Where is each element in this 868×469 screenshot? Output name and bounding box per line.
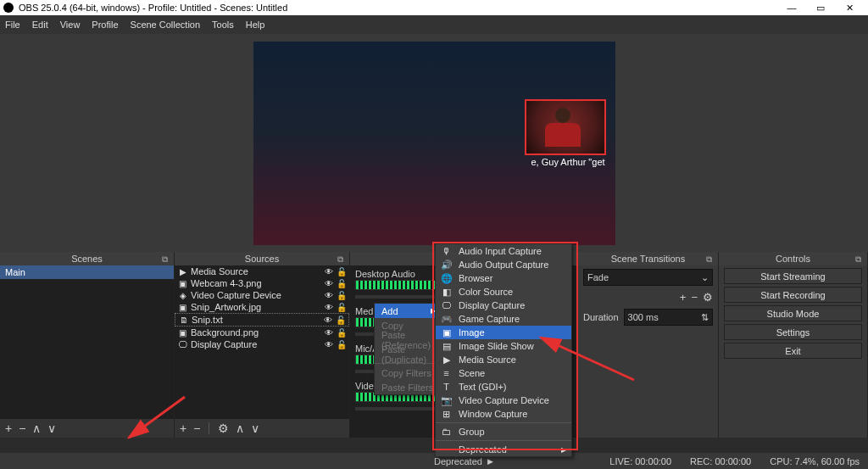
lock-toggle-icon[interactable]: 🔓 — [337, 328, 346, 338]
add-source-submenu: 🎙Audio Input Capture🔊Audio Output Captur… — [435, 243, 572, 457]
duration-spinbox[interactable]: 300 ms ⇅ — [624, 309, 713, 326]
menu-item-label: Game Capture — [459, 314, 520, 324]
sources-up-button[interactable]: ∧ — [236, 422, 244, 435]
visibility-toggle-icon[interactable]: 👁 — [324, 303, 333, 312]
menu-view[interactable]: View — [60, 20, 81, 30]
lock-toggle-icon[interactable]: 🔓 — [337, 340, 346, 349]
scenes-title: Scenes — [71, 254, 103, 264]
menu-item-label: Deprecated — [459, 444, 507, 455]
webcam-overlay[interactable] — [525, 99, 606, 155]
source-type-icon: ▣ — [178, 303, 187, 312]
visibility-toggle-icon[interactable]: 👁 — [324, 267, 333, 276]
scenes-up-button[interactable]: ∧ — [32, 422, 41, 435]
menu-item-label: Browser — [459, 273, 492, 283]
add-source-item[interactable]: 📷Video Capture Device — [436, 394, 571, 407]
scenes-popout-icon[interactable]: ⧉ — [162, 254, 170, 263]
lock-toggle-icon[interactable]: 🔓 — [337, 303, 346, 312]
transition-settings-button[interactable]: ⚙ — [703, 291, 713, 304]
source-row[interactable]: 🖵Display Capture👁🔓 — [175, 338, 349, 350]
menu-item-label: Copy Filters — [381, 368, 431, 378]
add-source-item[interactable]: ⊞Window Capture — [436, 407, 571, 421]
sources-list[interactable]: ▶Media Source👁🔓▣Webcam 4-3.png👁🔓◈Video C… — [175, 265, 349, 419]
source-type-icon: ▶ — [441, 355, 452, 366]
scenes-down-button[interactable]: ∨ — [47, 422, 56, 435]
sources-add-button[interactable]: + — [180, 422, 186, 435]
add-source-item[interactable]: 🎮Game Capture — [436, 312, 571, 326]
visibility-toggle-icon[interactable]: 👁 — [324, 291, 333, 300]
scenes-remove-button[interactable]: − — [19, 422, 25, 435]
control-button[interactable]: Settings — [724, 324, 862, 340]
minimize-button[interactable]: — — [782, 3, 802, 14]
sources-context-menu: Add▶CopyPaste (Reference)Paste (Duplicat… — [374, 303, 443, 395]
add-source-item[interactable]: 🌐Browser — [436, 271, 571, 285]
control-button[interactable]: Exit — [724, 343, 862, 359]
source-row[interactable]: ▶Media Source👁🔓 — [175, 265, 349, 277]
control-button[interactable]: Start Recording — [724, 287, 862, 303]
menu-tools[interactable]: Tools — [212, 20, 234, 30]
menu-item-label: Audio Output Capture — [459, 260, 548, 270]
scenes-header: Scenes ⧉ — [0, 252, 174, 265]
control-button[interactable]: Studio Mode — [724, 305, 862, 321]
menu-scene-collection[interactable]: Scene Collection — [131, 20, 201, 30]
menu-edit[interactable]: Edit — [32, 20, 48, 30]
add-source-item[interactable]: ▤Image Slide Show — [436, 339, 571, 353]
obs-logo-icon — [3, 3, 14, 13]
add-source-item[interactable]: 🖵Display Capture — [436, 299, 571, 312]
sources-remove-button[interactable]: − — [193, 422, 200, 435]
controls-popout-icon[interactable]: ⧉ — [855, 254, 864, 263]
sources-popout-icon[interactable]: ⧉ — [337, 254, 346, 263]
source-type-icon: ◧ — [441, 287, 452, 298]
sources-panel: Sources ⧉ ▶Media Source👁🔓▣Webcam 4-3.png… — [175, 252, 350, 438]
context-menu-item[interactable]: Add▶ — [375, 304, 442, 318]
window-titlebar: OBS 25.0.4 (64-bit, windows) - Profile: … — [0, 0, 868, 15]
sources-down-button[interactable]: ∨ — [251, 422, 259, 435]
add-source-item[interactable]: 🗀Group — [436, 425, 571, 438]
lock-toggle-icon[interactable]: 🔓 — [337, 267, 346, 276]
source-row[interactable]: 🗎Snip.txt👁🔓 — [175, 313, 349, 327]
source-label: Media Source — [191, 266, 320, 276]
transition-select[interactable]: Fade ⌄ — [583, 269, 713, 286]
menu-help[interactable]: Help — [246, 20, 265, 30]
add-source-item[interactable]: ▣Image — [436, 326, 571, 339]
visibility-toggle-icon[interactable]: 👁 — [324, 340, 333, 349]
source-row[interactable]: ◈Video Capture Device👁🔓 — [175, 289, 349, 301]
scene-item-main[interactable]: Main — [0, 265, 174, 279]
transition-add-button[interactable]: + — [680, 291, 687, 304]
visibility-toggle-icon[interactable]: 👁 — [323, 315, 332, 325]
menu-file[interactable]: File — [5, 20, 20, 30]
controls-title: Controls — [776, 254, 810, 264]
transitions-popout-icon[interactable]: ⧉ — [706, 254, 715, 263]
add-source-item[interactable]: Deprecated▶ — [436, 443, 571, 456]
lock-toggle-icon[interactable]: 🔓 — [336, 315, 345, 325]
add-source-item[interactable]: 🎙Audio Input Capture — [436, 244, 571, 258]
preview-canvas[interactable]: e, Guy Arthur "get — [253, 42, 615, 245]
lock-toggle-icon[interactable]: 🔓 — [337, 279, 346, 288]
sources-settings-button[interactable]: ⚙ — [218, 422, 229, 435]
sources-toolbar: + − ⚙ ∧ ∨ — [175, 419, 349, 438]
add-source-item[interactable]: 🔊Audio Output Capture — [436, 258, 571, 271]
add-source-item[interactable]: ≡Scene — [436, 366, 571, 380]
add-source-item[interactable]: ▶Media Source — [436, 353, 571, 366]
visibility-toggle-icon[interactable]: 👁 — [324, 328, 333, 338]
menu-profile[interactable]: Profile — [92, 20, 118, 30]
visibility-toggle-icon[interactable]: 👁 — [324, 279, 333, 288]
context-menu-item: Paste (Duplicate) — [375, 347, 442, 361]
preview-area[interactable]: e, Guy Arthur "get — [0, 34, 868, 252]
source-type-icon: 🗎 — [179, 315, 188, 325]
deprecated-submenu-peek[interactable]: Deprecated ▶ — [434, 456, 493, 466]
scenes-add-button[interactable]: + — [5, 422, 12, 435]
source-type-icon: 🗀 — [441, 427, 452, 437]
close-button[interactable]: ✕ — [839, 3, 860, 14]
source-row[interactable]: ▣Webcam 4-3.png👁🔓 — [175, 277, 349, 289]
source-row[interactable]: ▣Background.png👁🔓 — [175, 327, 349, 338]
source-row[interactable]: ▣Snip_Artwork.jpg👁🔓 — [175, 301, 349, 313]
control-button[interactable]: Start Streaming — [724, 268, 862, 284]
transition-remove-button[interactable]: − — [691, 291, 698, 304]
maximize-button[interactable]: ▭ — [810, 3, 831, 14]
add-source-item[interactable]: ◧Color Source — [436, 285, 571, 299]
scenes-list[interactable]: Main — [0, 265, 174, 419]
add-source-item[interactable]: TText (GDI+) — [436, 380, 571, 394]
lock-toggle-icon[interactable]: 🔓 — [337, 291, 346, 300]
source-type-icon: ▶ — [178, 267, 187, 276]
menu-separator — [436, 422, 571, 423]
